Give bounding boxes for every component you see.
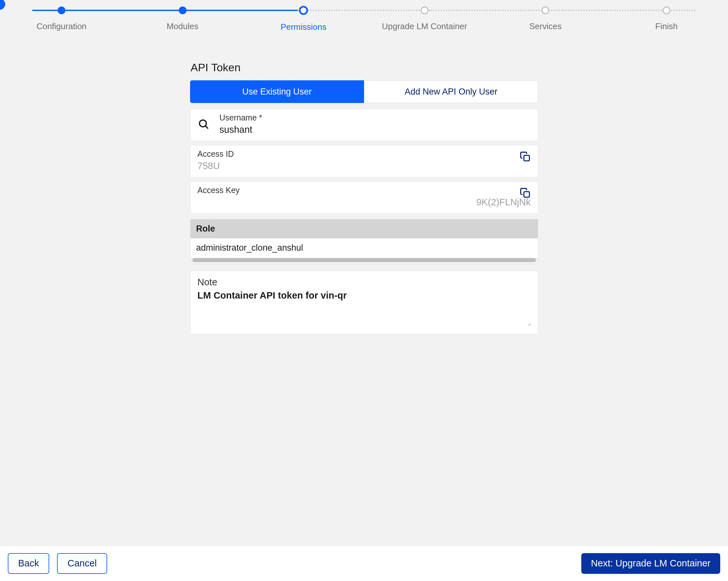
role-header: Role [190,219,538,238]
step-circle-todo-icon [542,6,549,14]
tab-add-new-api-only-user[interactable]: Add New API Only User [364,80,538,103]
svg-line-1 [205,126,208,128]
access-key-value: 9K(2)FLNjNk [198,197,531,208]
username-input[interactable] [219,124,531,135]
step-finish[interactable]: Finish [637,6,696,31]
role-table: Role administrator_clone_anshul [190,219,538,264]
note-field: Note [190,271,538,334]
role-row: administrator_clone_anshul [190,238,538,258]
step-configuration[interactable]: Configuration [32,6,91,31]
note-label: Note [198,277,531,288]
tab-use-existing-user[interactable]: Use Existing User [190,80,364,103]
access-id-field: Access ID 758U [190,145,538,178]
note-textarea[interactable] [198,290,531,326]
copy-icon[interactable] [520,151,531,162]
step-circle-done-icon [58,6,66,14]
copy-icon[interactable] [520,187,531,199]
access-id-label: Access ID [198,149,531,159]
step-circle-todo-icon [421,6,428,14]
username-field: Username * [190,109,538,141]
cancel-button[interactable]: Cancel [57,553,107,574]
access-key-field: Access Key 9K(2)FLNjNk [190,181,538,214]
wizard-footer: Back Cancel Next: Upgrade LM Container [0,545,728,581]
section-title: API Token [190,61,538,74]
step-label: Modules [166,21,198,31]
step-label: Configuration [36,21,87,31]
role-scrollbar[interactable] [192,258,536,262]
wizard-stepper: Configuration Modules Permissions Upgrad… [0,0,728,42]
svg-rect-3 [524,192,529,197]
step-modules[interactable]: Modules [154,6,212,31]
access-id-value: 758U [198,161,531,171]
step-label: Upgrade LM Container [382,21,467,31]
username-label: Username * [219,113,531,123]
step-label: Services [529,21,562,31]
step-circle-current-icon [299,6,308,15]
step-services[interactable]: Services [516,6,574,31]
step-circle-done-icon [179,6,186,14]
svg-rect-2 [524,155,529,161]
step-permissions[interactable]: Permissions [274,6,333,32]
access-key-label: Access Key [198,186,531,195]
user-mode-tabs: Use Existing User Add New API Only User [190,80,538,103]
main-content: API Token Use Existing User Add New API … [190,61,538,334]
next-button[interactable]: Next: Upgrade LM Container [581,553,720,574]
search-icon[interactable] [198,118,209,132]
back-button[interactable]: Back [8,553,49,574]
step-label: Permissions [281,22,327,32]
step-label: Finish [655,21,677,31]
step-circle-todo-icon [662,6,670,14]
step-upgrade-lm-container[interactable]: Upgrade LM Container [395,6,454,31]
